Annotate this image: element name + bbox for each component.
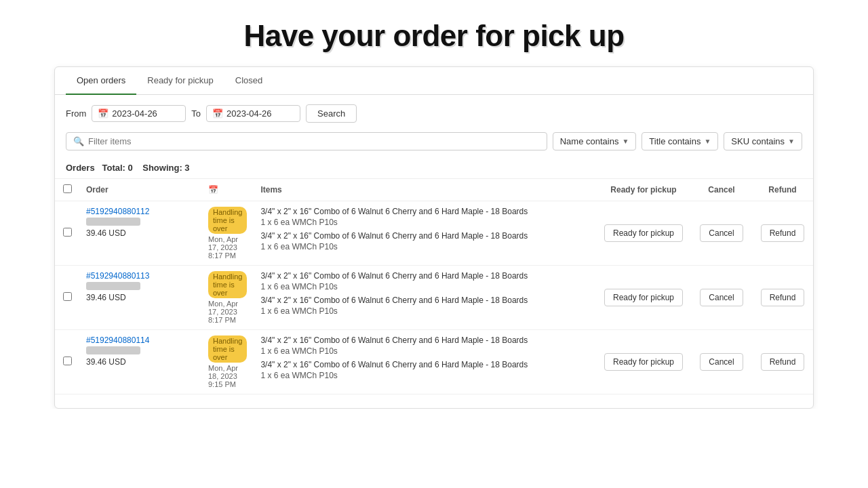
row-checkbox-cell (55, 266, 79, 330)
to-calendar-icon: 📅 (212, 108, 223, 119)
order-blurred-2 (86, 346, 140, 354)
order-amount-1: 39.46 USD (86, 293, 195, 302)
row-checkbox-2[interactable] (63, 357, 72, 365)
rfp-cell-2: Ready for pickup (596, 330, 691, 394)
cancel-cell-1: Cancel (691, 266, 752, 330)
item-line-0-0: 3/4" x 2" x 16" Combo of 6 Walnut 6 Cher… (260, 207, 589, 216)
order-num-1: #5192940880113 (86, 271, 195, 281)
th-rfp: Ready for pickup (596, 179, 691, 201)
order-badge-cell-1: Handling time is over Mon, Apr 17, 2023 … (201, 266, 254, 330)
select-all-checkbox[interactable] (63, 184, 72, 193)
rfp-cell-0: Ready for pickup (596, 201, 691, 266)
item-sub-0-1: 1 x 6 ea WMCh P10s (260, 282, 589, 291)
refund-button-2[interactable]: Refund (761, 353, 805, 371)
item-line-0-1: 3/4" x 2" x 16" Combo of 6 Walnut 6 Cher… (260, 271, 589, 281)
date-filters-row: From 📅 To 📅 Search (55, 95, 813, 132)
cancel-cell-2: Cancel (691, 330, 752, 394)
filter-bar: 🔍 Name contains ▼ Title contains ▼ SKU c… (55, 132, 813, 159)
orders-table: Order 📅 Items Ready for pickup Cancel Re… (55, 178, 813, 394)
name-contains-chevron-icon: ▼ (622, 138, 629, 145)
cancel-cell-0: Cancel (691, 201, 752, 266)
order-badge-cell-2: Handling time is over Mon, Apr 18, 2023 … (201, 330, 254, 394)
tab-open-orders[interactable]: Open orders (66, 67, 136, 95)
row-checkbox-1[interactable] (63, 292, 72, 301)
order-num-2: #5192940880114 (86, 336, 195, 345)
table-row: #5192940880114 39.46 USD Handling time i… (55, 330, 813, 394)
sku-contains-label: SKU contains (731, 136, 785, 146)
name-contains-dropdown[interactable]: Name contains ▼ (553, 132, 637, 150)
to-date-wrapper: 📅 (206, 105, 300, 122)
to-date-input[interactable] (226, 108, 294, 119)
ready-for-pickup-button-2[interactable]: Ready for pickup (604, 353, 683, 371)
cancel-button-2[interactable]: Cancel (700, 353, 743, 371)
refund-cell-2: Refund (752, 330, 813, 394)
cancel-button-1[interactable]: Cancel (700, 289, 743, 306)
filter-input[interactable] (88, 136, 540, 146)
th-order: Order (79, 179, 201, 201)
items-cell-1: 3/4" x 2" x 16" Combo of 6 Walnut 6 Cher… (254, 266, 596, 330)
th-items: Items (254, 179, 596, 201)
sku-contains-dropdown[interactable]: SKU contains ▼ (724, 132, 802, 150)
items-cell-2: 3/4" x 2" x 16" Combo of 6 Walnut 6 Cher… (254, 330, 596, 394)
order-blurred-0 (86, 218, 140, 226)
filter-search-icon: 🔍 (73, 136, 84, 146)
orders-label: Orders (66, 163, 95, 173)
from-date-wrapper: 📅 (92, 105, 186, 122)
from-label: From (66, 108, 86, 119)
cancel-button-0[interactable]: Cancel (700, 224, 743, 242)
total-label: Total: (102, 163, 125, 173)
header-calendar-icon: 📅 (208, 185, 218, 195)
row-checkbox-cell (55, 201, 79, 266)
from-calendar-icon: 📅 (98, 108, 108, 119)
orders-meta: Orders Total: 0 Showing: 3 (55, 159, 813, 178)
from-date-input[interactable] (112, 108, 180, 119)
ready-for-pickup-button-1[interactable]: Ready for pickup (604, 289, 683, 306)
total-value: 0 (128, 163, 133, 173)
order-cell-1: #5192940880113 39.46 USD (79, 266, 201, 330)
table-row: #5192940880113 39.46 USD Handling time i… (55, 266, 813, 330)
handling-badge-1: Handling time is over (208, 271, 247, 298)
title-contains-dropdown[interactable]: Title contains ▼ (642, 132, 718, 150)
filter-input-wrapper: 🔍 (66, 132, 547, 150)
page-header: Have your order for pick up (0, 0, 868, 66)
to-label: To (191, 108, 201, 119)
row-checkbox-0[interactable] (63, 228, 72, 237)
refund-button-0[interactable]: Refund (761, 224, 805, 242)
showing-label: Showing: (142, 163, 182, 173)
tab-ready-for-pickup[interactable]: Ready for pickup (136, 67, 224, 95)
rfp-cell-1: Ready for pickup (596, 266, 691, 330)
refund-cell-1: Refund (752, 266, 813, 330)
tabs-row: Open orders Ready for pickup Closed (55, 67, 813, 95)
title-contains-label: Title contains (649, 136, 701, 146)
handling-badge-2: Handling time is over (208, 336, 247, 363)
order-cell-0: #5192940880112 39.46 USD (79, 201, 201, 266)
sku-contains-chevron-icon: ▼ (788, 138, 795, 145)
order-amount-2: 39.46 USD (86, 357, 195, 367)
order-amount-0: 39.46 USD (86, 228, 195, 238)
title-contains-chevron-icon: ▼ (704, 138, 711, 145)
search-button[interactable]: Search (306, 104, 357, 123)
row-checkbox-cell (55, 330, 79, 394)
orders-panel: Open orders Ready for pickup Closed From… (54, 66, 814, 409)
order-date-1: Mon, Apr 17, 2023 8:17 PM (208, 300, 247, 324)
item-line-1-1: 3/4" x 2" x 16" Combo of 6 Walnut 6 Cher… (260, 296, 589, 305)
refund-button-1[interactable]: Refund (761, 289, 805, 306)
item-sub-0-0: 1 x 6 ea WMCh P10s (260, 218, 589, 227)
order-date-0: Mon, Apr 17, 2023 8:17 PM (208, 235, 247, 260)
th-refund: Refund (752, 179, 813, 201)
ready-for-pickup-button-0[interactable]: Ready for pickup (604, 224, 683, 242)
item-sub-0-2: 1 x 6 ea WMCh P10s (260, 346, 589, 356)
showing-value: 3 (184, 163, 189, 173)
item-line-1-2: 3/4" x 2" x 16" Combo of 6 Walnut 6 Cher… (260, 360, 589, 369)
order-blurred-1 (86, 282, 140, 290)
name-contains-label: Name contains (560, 136, 619, 146)
refund-cell-0: Refund (752, 201, 813, 266)
items-cell-0: 3/4" x 2" x 16" Combo of 6 Walnut 6 Cher… (254, 201, 596, 266)
item-line-0-2: 3/4" x 2" x 16" Combo of 6 Walnut 6 Cher… (260, 336, 589, 345)
item-sub-1-2: 1 x 6 ea WMCh P10s (260, 371, 589, 380)
order-badge-cell-0: Handling time is over Mon, Apr 17, 2023 … (201, 201, 254, 266)
th-cancel: Cancel (691, 179, 752, 201)
order-cell-2: #5192940880114 39.46 USD (79, 330, 201, 394)
tab-closed[interactable]: Closed (224, 67, 273, 95)
item-line-1-0: 3/4" x 2" x 16" Combo of 6 Walnut 6 Cher… (260, 231, 589, 241)
